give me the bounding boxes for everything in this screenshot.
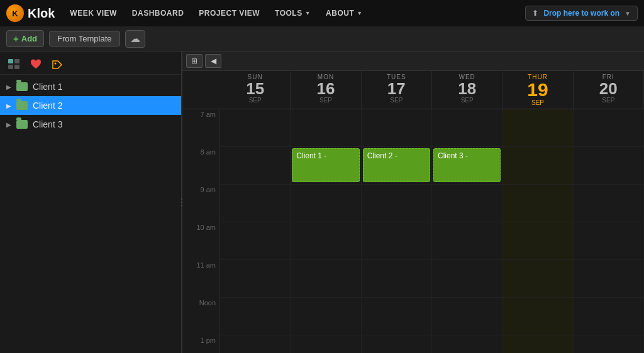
svg-rect-1 — [14, 59, 19, 63]
cal-cell-7am-day4[interactable] — [502, 109, 573, 147]
client3-folder-icon — [16, 120, 28, 129]
cal-cell-1pm-day1[interactable] — [291, 335, 361, 353]
day-fri: FRI 20 SEP — [574, 71, 644, 109]
cal-cell-7am-day2[interactable] — [362, 109, 432, 147]
cal-cell-noon-day1[interactable] — [291, 298, 361, 335]
tools-arrow: ▼ — [305, 10, 311, 16]
toolbar: + Add From Template ☁ — [0, 26, 644, 52]
nav-project-view[interactable]: PROJECT VIEW — [192, 0, 266, 26]
event-block-day1[interactable]: Client 1 - — [292, 148, 359, 182]
cal-cell-1pm-day5[interactable] — [574, 335, 644, 353]
cloud-button[interactable]: ☁ — [125, 30, 145, 48]
cal-cell-7am-day0[interactable] — [220, 109, 291, 147]
top-navigation: K Klok WEEK VIEW DASHBOARD PROJECT VIEW … — [0, 0, 644, 26]
cal-cell-8am-day0[interactable] — [220, 147, 291, 185]
project-client-3[interactable]: ▶ Client 3 — [0, 115, 181, 134]
svg-rect-2 — [8, 65, 13, 69]
time-label-11am: 11 am — [182, 260, 220, 298]
nav-about[interactable]: ABOUT ▼ — [319, 0, 369, 26]
cal-cell-noon-day3[interactable] — [432, 298, 502, 335]
nav-week-view[interactable]: WEEK VIEW — [64, 0, 123, 26]
time-label-noon: Noon — [182, 298, 220, 335]
cal-cell-9am-day1[interactable] — [291, 185, 361, 222]
day-sun: SUN 15 SEP — [220, 71, 291, 109]
day-wed: WED 18 SEP — [432, 71, 502, 109]
about-arrow: ▼ — [357, 10, 362, 16]
project-client-2[interactable]: ▶ Client 2 — [0, 96, 181, 115]
event-block-day3[interactable]: Client 3 - — [433, 148, 501, 182]
cal-cell-10am-day3[interactable] — [432, 222, 502, 260]
time-spacer — [182, 71, 220, 109]
plus-icon: + — [13, 33, 19, 44]
drop-zone-arrow: ▼ — [625, 10, 631, 17]
cal-cell-8am-day3[interactable]: Client 3 - — [432, 147, 502, 185]
cal-cell-9am-day2[interactable] — [362, 185, 432, 222]
cal-cell-7am-day3[interactable] — [432, 109, 502, 147]
cal-cell-10am-day2[interactable] — [362, 222, 432, 260]
cal-cell-9am-day0[interactable] — [220, 185, 291, 222]
resize-dot-2 — [181, 202, 182, 203]
cal-cell-8am-day4[interactable] — [502, 147, 573, 185]
nav-dashboard[interactable]: DASHBOARD — [126, 0, 191, 26]
cal-cell-9am-day5[interactable] — [574, 185, 644, 222]
cal-cell-noon-day4[interactable] — [502, 298, 573, 335]
logo-area: K Klok — [6, 4, 55, 22]
tag-button[interactable] — [49, 58, 65, 72]
cal-cell-11am-day1[interactable] — [291, 260, 361, 298]
from-template-button[interactable]: From Template — [49, 31, 119, 46]
drop-zone[interactable]: ⬆ Drop here to work on ▼ — [525, 6, 638, 21]
day-mon: MON 16 SEP — [291, 71, 361, 109]
client3-arrow: ▶ — [6, 121, 11, 128]
tag-icon — [51, 59, 64, 70]
calendar-controls: ⊞ ◀ — [182, 52, 644, 71]
cal-cell-9am-day4[interactable] — [502, 185, 573, 222]
app-name: Klok — [28, 6, 55, 21]
cal-cell-7am-day5[interactable] — [574, 109, 644, 147]
cal-cell-10am-day5[interactable] — [574, 222, 644, 260]
cal-cell-1pm-day4[interactable] — [502, 335, 573, 353]
cal-cell-11am-day3[interactable] — [432, 260, 502, 298]
client1-folder-icon — [16, 82, 28, 91]
cal-cell-8am-day2[interactable]: Client 2 - — [362, 147, 432, 185]
cal-cell-8am-day5[interactable] — [574, 147, 644, 185]
drop-zone-label: Drop here to work on — [543, 9, 619, 18]
cal-cell-noon-day5[interactable] — [574, 298, 644, 335]
svg-rect-3 — [14, 65, 19, 69]
time-label-7am: 7 am — [182, 109, 220, 147]
logo-icon: K — [6, 4, 24, 22]
cal-cell-1pm-day0[interactable] — [220, 335, 291, 353]
time-label-8am: 8 am — [182, 147, 220, 185]
add-button[interactable]: + Add — [6, 30, 44, 47]
cal-cell-11am-day5[interactable] — [574, 260, 644, 298]
cal-cell-7am-day1[interactable] — [291, 109, 361, 147]
client1-arrow: ▶ — [6, 84, 11, 90]
cal-cell-noon-day2[interactable] — [362, 298, 432, 335]
calendar-grid: 7 am8 amClient 1 -Client 2 -Client 3 -9 … — [182, 109, 644, 353]
cal-grid-view-button[interactable]: ⊞ — [186, 54, 203, 68]
cal-back-button[interactable]: ◀ — [205, 54, 221, 68]
event-block-day2[interactable]: Client 2 - — [363, 148, 430, 182]
time-label-9am: 9 am — [182, 185, 220, 222]
cloud-icon: ☁ — [130, 33, 140, 45]
cal-cell-1pm-day3[interactable] — [432, 335, 502, 353]
client2-arrow: ▶ — [6, 102, 11, 109]
cal-cell-1pm-day2[interactable] — [362, 335, 432, 353]
nav-tools[interactable]: TOOLS ▼ — [269, 0, 317, 26]
cal-cell-10am-day4[interactable] — [502, 222, 573, 260]
heart-button[interactable] — [28, 58, 44, 72]
cal-cell-9am-day3[interactable] — [432, 185, 502, 222]
svg-point-4 — [55, 63, 57, 65]
cal-cell-10am-day0[interactable] — [220, 222, 291, 260]
project-client-1[interactable]: ▶ Client 1 — [0, 77, 181, 96]
resize-handle[interactable] — [180, 52, 184, 353]
cal-cell-11am-day0[interactable] — [220, 260, 291, 298]
grid-view-button[interactable] — [6, 58, 23, 72]
cal-cell-11am-day4[interactable] — [502, 260, 573, 298]
cal-cell-8am-day1[interactable]: Client 1 - — [291, 147, 361, 185]
cal-cell-11am-day2[interactable] — [362, 260, 432, 298]
grid-icon — [8, 59, 21, 70]
svg-rect-0 — [8, 59, 13, 63]
cal-cell-noon-day0[interactable] — [220, 298, 291, 335]
time-label-1pm: 1 pm — [182, 335, 220, 353]
cal-cell-10am-day1[interactable] — [291, 222, 361, 260]
